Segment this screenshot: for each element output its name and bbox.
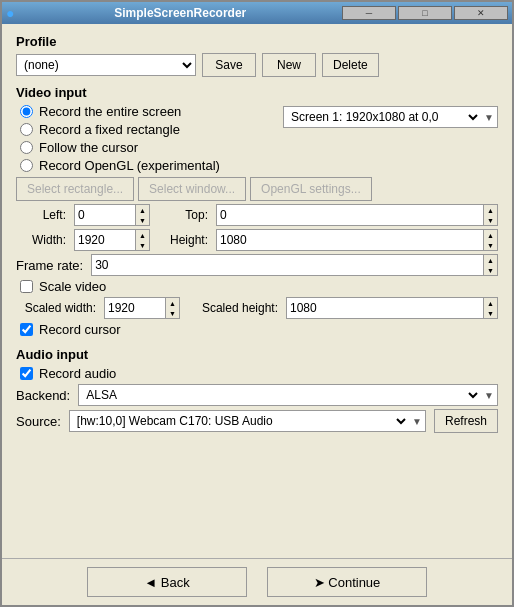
- width-spin: ▲ ▼: [135, 230, 149, 250]
- height-up[interactable]: ▲: [483, 230, 497, 240]
- source-row: Source: [hw:10,0] Webcam C170: USB Audio…: [16, 409, 498, 433]
- width-input[interactable]: [75, 230, 135, 250]
- window-title: SimpleScreenRecorder: [18, 6, 342, 20]
- profile-select-wrap[interactable]: (none): [16, 54, 196, 76]
- left-down[interactable]: ▼: [135, 215, 149, 225]
- left-up[interactable]: ▲: [135, 205, 149, 215]
- screen-select[interactable]: Screen 1: 1920x1080 at 0,0: [284, 107, 481, 127]
- continue-button[interactable]: ➤ Continue: [267, 567, 427, 597]
- height-label: Height:: [158, 233, 208, 247]
- video-top-row: Record the entire screen Record a fixed …: [16, 104, 498, 173]
- left-input-wrap[interactable]: ▲ ▼: [74, 204, 150, 226]
- window-controls: ─ □ ✕: [342, 6, 508, 20]
- save-button[interactable]: Save: [202, 53, 256, 77]
- scaled-height-up[interactable]: ▲: [483, 298, 497, 308]
- width-height-row: Width: ▲ ▼ Height: ▲ ▼: [16, 229, 498, 251]
- record-cursor-label: Record cursor: [39, 322, 121, 337]
- backend-select-wrap[interactable]: ALSA PulseAudio ▼: [78, 384, 498, 406]
- left-input[interactable]: [75, 205, 135, 225]
- opengl-settings-button[interactable]: OpenGL settings...: [250, 177, 372, 201]
- action-buttons-row: Select rectangle... Select window... Ope…: [16, 177, 498, 201]
- radio-entire-screen-label: Record the entire screen: [39, 104, 181, 119]
- select-rectangle-button[interactable]: Select rectangle...: [16, 177, 134, 201]
- main-window: ● SimpleScreenRecorder ─ □ ✕ Profile (no…: [0, 0, 514, 607]
- scaled-row: Scaled width: ▲ ▼ Scaled height: ▲ ▼: [16, 297, 498, 319]
- framerate-label: Frame rate:: [16, 258, 83, 273]
- left-top-row: Left: ▲ ▼ Top: ▲ ▼: [16, 204, 498, 226]
- screen-select-wrap[interactable]: Screen 1: 1920x1080 at 0,0 ▼: [283, 106, 498, 128]
- radio-follow-cursor-label: Follow the cursor: [39, 140, 138, 155]
- scaled-height-down[interactable]: ▼: [483, 308, 497, 318]
- profile-section: Profile (none) Save New Delete: [16, 34, 498, 77]
- source-select-wrap[interactable]: [hw:10,0] Webcam C170: USB Audio ▼: [69, 410, 426, 432]
- minimize-button[interactable]: ─: [342, 6, 396, 20]
- audio-input-section: Audio input Record audio Backend: ALSA P…: [16, 347, 498, 433]
- height-input-wrap[interactable]: ▲ ▼: [216, 229, 498, 251]
- audio-input-title: Audio input: [16, 347, 498, 362]
- delete-button[interactable]: Delete: [322, 53, 379, 77]
- profile-row: (none) Save New Delete: [16, 53, 498, 77]
- record-cursor-checkbox[interactable]: [20, 323, 33, 336]
- scaled-height-spin: ▲ ▼: [483, 298, 497, 318]
- width-up[interactable]: ▲: [135, 230, 149, 240]
- framerate-row: Frame rate: ▲ ▼: [16, 254, 498, 276]
- radio-opengl-label: Record OpenGL (experimental): [39, 158, 220, 173]
- scaled-width-wrap[interactable]: ▲ ▼: [104, 297, 180, 319]
- titlebar: ● SimpleScreenRecorder ─ □ ✕: [2, 2, 512, 24]
- scaled-width-up[interactable]: ▲: [165, 298, 179, 308]
- radio-opengl-row: Record OpenGL (experimental): [20, 158, 220, 173]
- radio-follow-cursor[interactable]: [20, 141, 33, 154]
- framerate-up[interactable]: ▲: [483, 255, 497, 265]
- backend-row: Backend: ALSA PulseAudio ▼: [16, 384, 498, 406]
- top-label: Top:: [158, 208, 208, 222]
- scaled-width-spin: ▲ ▼: [165, 298, 179, 318]
- scaled-height-input[interactable]: [287, 298, 483, 318]
- width-down[interactable]: ▼: [135, 240, 149, 250]
- refresh-button[interactable]: Refresh: [434, 409, 498, 433]
- source-label: Source:: [16, 414, 61, 429]
- scaled-width-down[interactable]: ▼: [165, 308, 179, 318]
- record-audio-label: Record audio: [39, 366, 116, 381]
- framerate-spin: ▲ ▼: [483, 255, 497, 275]
- close-button[interactable]: ✕: [454, 6, 508, 20]
- back-button[interactable]: ◄ Back: [87, 567, 247, 597]
- top-up[interactable]: ▲: [483, 205, 497, 215]
- scale-video-checkbox[interactable]: [20, 280, 33, 293]
- top-input-wrap[interactable]: ▲ ▼: [216, 204, 498, 226]
- backend-select-arrow: ▼: [481, 390, 497, 401]
- scaled-height-wrap[interactable]: ▲ ▼: [286, 297, 498, 319]
- width-input-wrap[interactable]: ▲ ▼: [74, 229, 150, 251]
- framerate-input-wrap[interactable]: ▲ ▼: [91, 254, 498, 276]
- backend-select[interactable]: ALSA PulseAudio: [79, 385, 481, 405]
- select-window-button[interactable]: Select window...: [138, 177, 246, 201]
- record-audio-checkbox[interactable]: [20, 367, 33, 380]
- framerate-down[interactable]: ▼: [483, 265, 497, 275]
- new-button[interactable]: New: [262, 53, 316, 77]
- scaled-height-label: Scaled height:: [188, 301, 278, 315]
- record-cursor-row: Record cursor: [20, 322, 498, 337]
- scaled-width-input[interactable]: [105, 298, 165, 318]
- screen-select-arrow: ▼: [481, 112, 497, 123]
- scale-video-row: Scale video: [20, 279, 498, 294]
- scaled-width-label: Scaled width:: [16, 301, 96, 315]
- framerate-input[interactable]: [92, 255, 483, 275]
- maximize-button[interactable]: □: [398, 6, 452, 20]
- radio-entire-screen[interactable]: [20, 105, 33, 118]
- radio-follow-cursor-row: Follow the cursor: [20, 140, 220, 155]
- source-select[interactable]: [hw:10,0] Webcam C170: USB Audio: [70, 411, 409, 431]
- left-label: Left:: [16, 208, 66, 222]
- radio-fixed-rect-label: Record a fixed rectangle: [39, 122, 180, 137]
- height-spin: ▲ ▼: [483, 230, 497, 250]
- radio-entire-screen-row: Record the entire screen: [20, 104, 220, 119]
- height-down[interactable]: ▼: [483, 240, 497, 250]
- profile-select[interactable]: (none): [17, 55, 195, 75]
- app-icon: ●: [6, 5, 14, 21]
- radio-opengl[interactable]: [20, 159, 33, 172]
- record-audio-row: Record audio: [20, 366, 498, 381]
- left-spin: ▲ ▼: [135, 205, 149, 225]
- height-input[interactable]: [217, 230, 483, 250]
- top-down[interactable]: ▼: [483, 215, 497, 225]
- radio-fixed-rect[interactable]: [20, 123, 33, 136]
- backend-label: Backend:: [16, 388, 70, 403]
- top-input[interactable]: [217, 205, 483, 225]
